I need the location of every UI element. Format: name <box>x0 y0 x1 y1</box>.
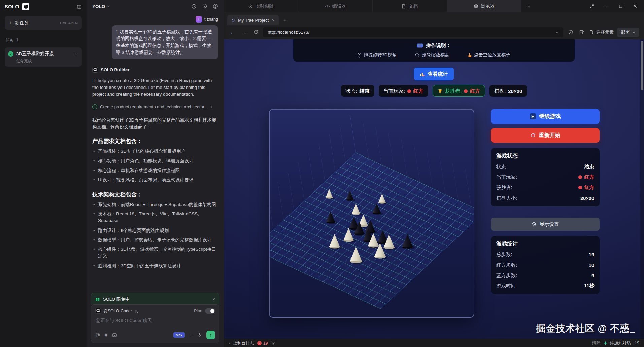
console-toggle[interactable]: 控制台日志 <box>233 340 254 346</box>
board-size-chip: 棋盘: 20×20 <box>489 85 527 97</box>
mention-icon[interactable]: @ <box>95 332 100 338</box>
deploy-button[interactable]: 部署 <box>617 28 639 37</box>
url-text: http://localhost:5173/ <box>268 30 310 35</box>
zoom-icon <box>415 53 420 57</box>
current-player-chip: 当前玩家: 红方 <box>379 85 428 97</box>
tools-icon <box>134 309 138 313</box>
address-bar[interactable]: http://localhost:5173/ <box>263 27 563 37</box>
bullet: 核心功能：用户角色、功能模块、详细页面设计 <box>92 158 218 164</box>
browser-navbar: ← → http://localhost:5173/ 选择元 <box>224 25 644 39</box>
browser-tabstrip: My Trae Project × + <box>224 12 644 25</box>
add-tab-icon[interactable]: + <box>521 0 536 12</box>
watermark: 掘金技术社区 @ 不惑_ <box>536 322 635 335</box>
tab-editor[interactable]: </> 编辑器 <box>298 0 373 12</box>
filter-icon[interactable] <box>271 341 275 345</box>
panel-toggle-icon[interactable] <box>77 4 82 9</box>
more-icon[interactable]: ⋯ <box>73 51 78 57</box>
continue-button[interactable]: ▶ 继续游戏 <box>491 109 600 124</box>
chevron-down-icon[interactable] <box>555 31 558 33</box>
new-task-button[interactable]: + 新任务 Ctrl+Alt+N <box>5 16 82 30</box>
panel-title: 游戏状态 <box>496 152 594 160</box>
task-item[interactable]: ✓ 3D五子棋游戏开发 ⋯ 任务完成 <box>5 47 82 67</box>
task-title: 3D五子棋游戏开发 <box>16 51 70 57</box>
tab-browser[interactable]: 浏览器 <box>447 0 521 12</box>
bullet: 核心组件：3D棋盘、游戏状态、交互控制的TypeScript接口定义 <box>92 246 218 260</box>
select-element-button[interactable]: 选择元素 <box>589 29 614 35</box>
play-icon: ▶ <box>530 113 536 119</box>
tab-docs[interactable]: 文档 <box>373 0 447 12</box>
max-badge[interactable]: Max <box>173 332 185 338</box>
mode-label: YOLO <box>92 4 105 9</box>
back-icon[interactable]: ← <box>229 29 237 35</box>
forward-icon[interactable]: → <box>240 29 248 35</box>
game-board[interactable] <box>269 109 474 318</box>
doc-icon <box>402 4 406 9</box>
follow-icon <box>248 4 253 9</box>
refresh-icon[interactable] <box>251 30 260 35</box>
stats-row: 游戏时间: 11秒 <box>496 283 594 289</box>
red-dot-icon <box>578 175 582 179</box>
state-row: 当前玩家: 红方 <box>496 174 594 180</box>
tab-label: 文档 <box>409 3 418 9</box>
settings-icon[interactable] <box>202 4 207 9</box>
devtools-icon[interactable] <box>567 30 575 35</box>
mode-selector[interactable]: YOLO <box>92 4 110 9</box>
display-settings-button[interactable]: 显示设置 <box>491 218 600 231</box>
close-icon[interactable]: × <box>272 18 275 23</box>
tab-follow[interactable]: 实时跟随 <box>224 0 298 12</box>
image-icon[interactable] <box>112 333 117 338</box>
page-viewport: 操作说明： 拖拽旋转3D视角 滚轮缩放棋盘 <box>224 39 644 339</box>
agent-selector[interactable]: @SOLO Coder <box>95 308 138 314</box>
browser-tab-title: My Trae Project <box>238 18 269 23</box>
history-icon[interactable] <box>191 4 197 9</box>
solo-brand: SOLO <box>5 3 29 10</box>
chevron-right-icon[interactable]: › <box>229 341 230 346</box>
tasks-label: 任务 <box>5 38 14 43</box>
add-to-chat-button[interactable]: 添加到对话 · 19 <box>603 340 639 346</box>
new-task-label: 新任务 <box>15 20 29 26</box>
state-row: 获胜者: 红方 <box>496 184 594 191</box>
new-tab-icon[interactable]: + <box>280 15 290 25</box>
check-icon: ✓ <box>92 104 97 109</box>
close-icon[interactable]: × <box>212 297 215 302</box>
app-window: SOLO + 新任务 Ctrl+Alt+N 任务 1 ✓ 3D五子棋游戏开发 ⋯ <box>0 0 644 347</box>
expand-icon[interactable] <box>589 4 594 9</box>
panel-title: 游戏统计 <box>496 240 594 247</box>
help-panel: 操作说明： 拖拽旋转3D视角 滚轮缩放棋盘 <box>293 39 575 62</box>
devices-icon[interactable] <box>578 30 586 35</box>
task-check-icon: ✓ <box>8 51 13 57</box>
send-button[interactable]: ↑ <box>206 331 215 339</box>
promo-label: SOLO 限免中 <box>103 296 130 302</box>
tasks-section-label: 任务 1 <box>5 38 82 43</box>
browser-tab[interactable]: My Trae Project × <box>227 15 279 25</box>
plan-toggle[interactable] <box>205 308 215 314</box>
status-chips: 状态: 结束 当前玩家: 红方 获胜者: 红方 棋盘: <box>224 85 644 97</box>
add-context-icon[interactable]: + <box>190 332 192 338</box>
error-counter[interactable]: × 19 <box>257 341 268 346</box>
close-icon[interactable] <box>633 4 637 8</box>
step-item[interactable]: ✓ Create product requirements and techni… <box>92 103 218 111</box>
console-bar: › 控制台日志 × 19 清除 添加到对话 · 19 <box>224 339 644 347</box>
view-stats-button[interactable]: 查看统计 <box>414 68 454 80</box>
account-icon[interactable] <box>213 4 218 9</box>
assistant-intro: I'll help you create a 3D Gomoku (Five i… <box>92 77 218 98</box>
error-icon: × <box>257 341 262 345</box>
scrollbar-thumb[interactable] <box>641 41 643 90</box>
select-element-label: 选择元素 <box>596 29 614 35</box>
window-controls <box>589 0 644 12</box>
help-title: 操作说明： <box>426 42 451 49</box>
bullet: 核心流程：单机和在线游戏的操作流程图 <box>92 167 218 174</box>
maximize-icon[interactable] <box>619 4 623 8</box>
tap-icon <box>468 53 472 57</box>
chat-input[interactable]: 您正在与 SOLO Coder 聊天 <box>95 314 215 331</box>
restart-button[interactable]: 重新开始 <box>491 128 600 143</box>
hash-icon[interactable]: # <box>105 332 107 338</box>
clear-button[interactable]: 清除 <box>592 340 600 346</box>
status-chip: 状态: 结束 <box>341 85 374 97</box>
page-scrollbar[interactable] <box>640 39 644 339</box>
user-name: t zhang <box>204 16 218 23</box>
trophy-icon <box>438 89 443 94</box>
minimize-icon[interactable] <box>604 4 609 8</box>
mic-icon[interactable] <box>197 333 202 337</box>
help-item: 点击空位放置棋子 <box>468 52 510 58</box>
